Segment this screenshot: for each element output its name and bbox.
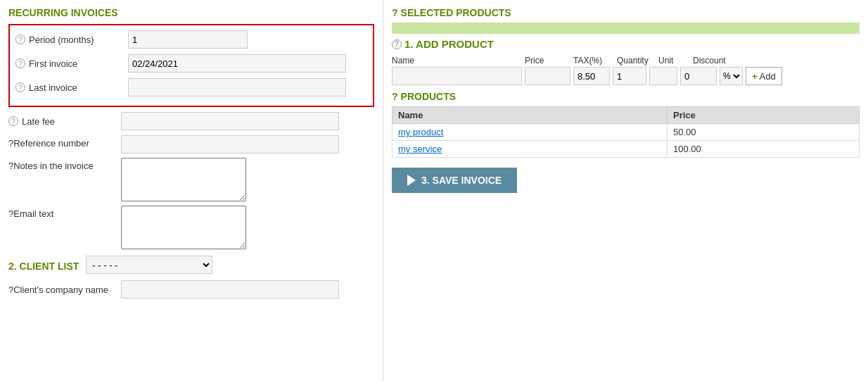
selected-products-help-icon[interactable]: ? — [392, 7, 398, 18]
notes-label: ? Notes in the invoice — [8, 158, 121, 171]
table-row: my product50.00 — [392, 124, 860, 141]
product-name-cell: my product — [392, 124, 668, 141]
email-text-textarea[interactable] — [121, 206, 246, 249]
products-col-price: Price — [668, 107, 860, 124]
product-disc-input[interactable] — [680, 67, 717, 85]
selected-products-title: ? SELECTED PRODUCTS — [392, 7, 860, 18]
client-company-help-icon[interactable]: ? — [8, 285, 13, 295]
notes-row: ? Notes in the invoice — [8, 158, 374, 201]
client-company-input[interactable] — [121, 280, 339, 299]
product-name-input[interactable] — [392, 67, 522, 85]
product-tax-input[interactable] — [573, 67, 610, 85]
selected-products-bar — [392, 23, 860, 34]
add-product-help-icon[interactable]: ? — [392, 39, 402, 49]
add-product-title: ? 1. ADD PRODUCT — [392, 38, 860, 50]
save-invoice-button[interactable]: 3. SAVE INVOICE — [392, 168, 517, 193]
reference-number-input[interactable] — [121, 135, 339, 154]
client-company-label: ? Client's company name — [8, 285, 121, 295]
late-fee-help-icon[interactable]: ? — [8, 116, 18, 126]
product-name-link[interactable]: my product — [398, 127, 443, 137]
reference-number-row: ? Reference number — [8, 135, 374, 154]
table-row: my service100.00 — [392, 141, 860, 158]
reference-help-icon[interactable]: ? — [8, 138, 13, 149]
products-col-name: Name — [392, 107, 668, 124]
late-fee-label: ? Late fee — [8, 116, 121, 127]
products-table: Name Price my product50.00my service100.… — [392, 106, 860, 158]
client-list-header: 2. CLIENT LIST - - - - - — [8, 254, 374, 276]
right-panel: ? SELECTED PRODUCTS ? 1. ADD PRODUCT Nam… — [383, 0, 868, 381]
late-fee-input[interactable] — [121, 112, 339, 130]
email-help-icon[interactable]: ? — [8, 208, 13, 219]
first-invoice-help-icon[interactable]: ? — [15, 58, 25, 68]
reference-number-label: ? Reference number — [8, 135, 121, 149]
product-price-cell: 100.00 — [668, 141, 860, 158]
recurring-fields-box: ? Period (months) ? First invoice ? Last… — [8, 24, 374, 107]
period-row: ? Period (months) — [15, 30, 367, 49]
product-name-link[interactable]: my service — [398, 144, 442, 154]
left-panel: RECURRING INVOICES ? Period (months) ? F… — [0, 0, 383, 381]
product-price-input[interactable] — [525, 67, 570, 85]
product-qty-input[interactable] — [613, 67, 646, 85]
col-tax-header: TAX(%) — [573, 56, 614, 65]
product-price-cell: 50.00 — [668, 124, 860, 141]
period-help-icon[interactable]: ? — [15, 35, 25, 44]
last-invoice-label: ? Last invoice — [15, 82, 128, 93]
client-list-title: 2. CLIENT LIST — [8, 261, 79, 272]
recurring-invoices-title: RECURRING INVOICES — [8, 7, 374, 18]
last-invoice-help-icon[interactable]: ? — [15, 82, 25, 92]
product-input-row: % + Add — [392, 67, 860, 85]
last-invoice-input[interactable] — [128, 78, 346, 96]
first-invoice-input[interactable] — [128, 54, 346, 73]
col-name-header: Name — [392, 56, 522, 65]
arrow-right-icon — [407, 175, 416, 186]
period-input[interactable] — [128, 30, 248, 49]
first-invoice-label: ? First invoice — [15, 58, 128, 69]
first-invoice-row: ? First invoice — [15, 54, 367, 73]
add-product-button[interactable]: + Add — [746, 67, 782, 85]
products-help-icon[interactable]: ? — [392, 91, 398, 102]
col-unit-header: Unit — [658, 56, 690, 65]
late-fee-row: ? Late fee — [8, 111, 374, 131]
notes-textarea[interactable] — [121, 158, 246, 201]
last-invoice-row: ? Last invoice — [15, 77, 367, 97]
products-table-header-row: Name Price — [392, 107, 860, 124]
client-list-select[interactable]: - - - - - — [86, 256, 212, 274]
email-text-row: ? Email text — [8, 206, 374, 249]
period-label: ? Period (months) — [15, 35, 128, 45]
product-col-headers: Name Price TAX(%) Quantity Unit Discount — [392, 56, 860, 65]
product-unit-input[interactable] — [649, 67, 677, 85]
col-qty-header: Quantity — [617, 56, 656, 65]
col-price-header: Price — [525, 56, 570, 65]
product-name-cell: my service — [392, 141, 668, 158]
products-section-title: ? PRODUCTS — [392, 91, 860, 102]
email-text-label: ? Email text — [8, 206, 121, 219]
notes-help-icon[interactable]: ? — [8, 161, 13, 171]
client-company-row: ? Client's company name — [8, 280, 374, 299]
discount-unit-select[interactable]: % — [720, 67, 743, 85]
plus-icon: + — [752, 71, 758, 82]
col-discount-header: Discount — [693, 56, 749, 65]
